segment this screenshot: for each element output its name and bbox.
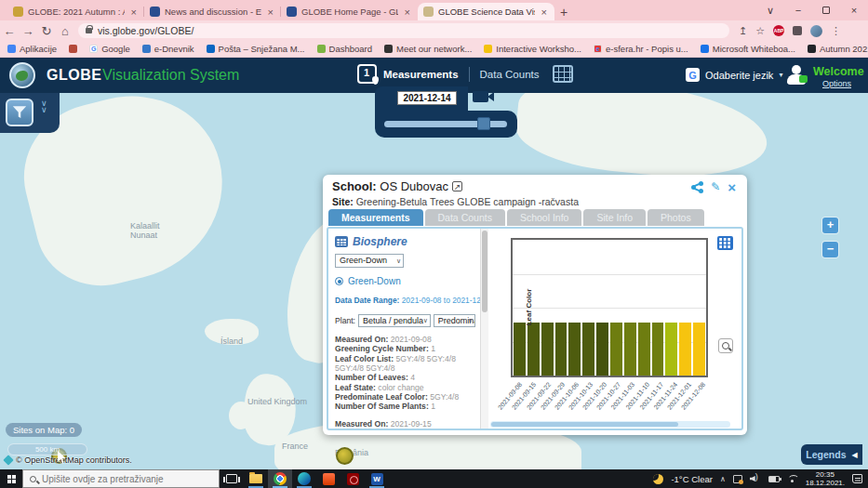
forward-button[interactable]: → bbox=[19, 24, 37, 38]
taskbar-chrome[interactable] bbox=[268, 469, 292, 488]
adblock-icon[interactable]: ABP bbox=[773, 25, 784, 36]
back-button[interactable]: ← bbox=[0, 24, 19, 38]
language-selector[interactable]: G Odaberite jezik ▾ bbox=[686, 68, 782, 82]
task-view-button[interactable] bbox=[220, 469, 244, 488]
maximize-button[interactable] bbox=[812, 0, 840, 20]
timeline-slider-track[interactable] bbox=[384, 121, 507, 127]
chart-bar[interactable] bbox=[596, 323, 608, 376]
chart-bar[interactable] bbox=[555, 323, 568, 376]
weather-text[interactable]: -1°C Clear bbox=[671, 474, 712, 484]
chart-bar[interactable] bbox=[665, 323, 677, 376]
bookmark-item[interactable]: e-Dnevnik bbox=[142, 44, 194, 54]
volume-icon[interactable] bbox=[750, 474, 761, 483]
bookmark-item[interactable]: GGoogle bbox=[89, 44, 130, 54]
nav-measurements[interactable]: Measurements Data Counts bbox=[357, 64, 573, 84]
profile-avatar[interactable] bbox=[810, 25, 822, 37]
chart-bar[interactable] bbox=[679, 323, 691, 376]
calendar-grid-icon[interactable] bbox=[553, 65, 573, 83]
share-icon[interactable]: ↥ bbox=[739, 25, 747, 37]
tab-measurements[interactable]: Measurements bbox=[328, 209, 423, 226]
tab-site-info[interactable]: Site Info bbox=[583, 209, 646, 226]
filter-button[interactable] bbox=[6, 99, 33, 126]
tab-close-icon[interactable]: × bbox=[540, 7, 549, 18]
tab-close-icon[interactable]: × bbox=[129, 7, 139, 18]
timeline-date-input[interactable]: 2021-12-14 bbox=[397, 91, 457, 105]
bookmark-item[interactable]: Microsoft Whiteboa... bbox=[701, 44, 795, 54]
bookmark-item[interactable]: Meet our network... bbox=[384, 44, 472, 54]
panel-scrollbar[interactable] bbox=[480, 229, 488, 429]
protocol-select[interactable]: Green-Down bbox=[335, 254, 404, 268]
bookmark-item[interactable]: Interactive Worksho... bbox=[484, 44, 581, 54]
bookmark-item[interactable]: Pošta – Snježana M... bbox=[207, 44, 305, 54]
bookmark-item[interactable]: Autumn 2021_ Euro... bbox=[808, 44, 868, 54]
tab-school-info[interactable]: School Info bbox=[507, 209, 582, 226]
taskbar-acrobat[interactable] bbox=[341, 469, 365, 488]
taskbar-file-explorer[interactable] bbox=[244, 469, 268, 488]
expand-chevrons-icon[interactable]: ∨∨ bbox=[41, 100, 47, 113]
data-table-icon[interactable] bbox=[717, 236, 733, 250]
bookmark-item[interactable]: Dashboard bbox=[317, 44, 372, 54]
chart-bar[interactable] bbox=[610, 323, 622, 376]
browser-tab[interactable]: GLOBE Science Data Visualization× bbox=[418, 3, 554, 20]
scrollbar-thumb[interactable] bbox=[482, 231, 487, 312]
search-input[interactable] bbox=[42, 474, 209, 484]
chart-bar[interactable] bbox=[541, 323, 554, 376]
options-link[interactable]: Options bbox=[822, 79, 851, 88]
new-tab-button[interactable]: + bbox=[554, 3, 573, 20]
bookmark-item[interactable] bbox=[69, 45, 77, 53]
hscroll-thumb[interactable] bbox=[491, 422, 678, 427]
tray-app-icon[interactable] bbox=[733, 475, 742, 483]
tab-data-counts[interactable]: Data Counts bbox=[425, 209, 505, 226]
tab-close-icon[interactable]: × bbox=[266, 7, 275, 18]
map-zoom-out-button[interactable]: − bbox=[822, 242, 838, 257]
tab-close-icon[interactable]: × bbox=[403, 7, 412, 18]
taskbar-search[interactable] bbox=[22, 469, 220, 488]
reload-button[interactable]: ↻ bbox=[37, 24, 56, 38]
tab-photos[interactable]: Photos bbox=[648, 209, 704, 226]
action-center-icon[interactable] bbox=[852, 474, 862, 483]
taskbar-word[interactable]: W bbox=[365, 469, 389, 488]
hidden-icons-chevron[interactable]: ∧ bbox=[720, 475, 726, 483]
wifi-icon[interactable] bbox=[787, 475, 798, 483]
attribution-text[interactable]: © OpenStreetMap contributors. bbox=[16, 455, 132, 465]
browser-tab[interactable]: GLOBE Home Page - GLOBE.gov× bbox=[281, 3, 418, 20]
minimize-button[interactable]: − bbox=[784, 0, 812, 20]
chart-bar[interactable] bbox=[568, 323, 581, 376]
bookmark-item[interactable]: ee-sfera.hr - Popis u... bbox=[594, 44, 688, 54]
share-site-icon[interactable] bbox=[691, 181, 703, 193]
radio-selected-icon[interactable] bbox=[335, 277, 343, 285]
chart-bar[interactable] bbox=[693, 323, 705, 376]
moon-weather-icon[interactable] bbox=[653, 474, 663, 484]
nav-data-counts[interactable]: Data Counts bbox=[480, 69, 540, 80]
chart-bar[interactable] bbox=[582, 323, 594, 376]
taskbar-office[interactable] bbox=[316, 469, 341, 488]
tab-search-icon[interactable]: ∨ bbox=[756, 0, 784, 20]
extensions-icon[interactable] bbox=[793, 26, 802, 35]
bookmark-star-icon[interactable]: ☆ bbox=[755, 25, 765, 37]
horizontal-scrollbar[interactable] bbox=[490, 421, 730, 428]
battery-icon[interactable] bbox=[768, 476, 780, 482]
timeline-slider-handle[interactable] bbox=[477, 117, 490, 130]
map-zoom-in-button[interactable]: + bbox=[822, 218, 838, 233]
start-button[interactable] bbox=[0, 469, 22, 488]
bookmark-item[interactable]: Aplikacije bbox=[7, 44, 57, 54]
user-icon[interactable] bbox=[786, 65, 808, 86]
animation-camera-icon[interactable] bbox=[473, 91, 488, 102]
url-text[interactable]: vis.globe.gov/GLOBE/ bbox=[98, 25, 194, 36]
home-button[interactable]: ⌂ bbox=[56, 24, 74, 38]
chart-bar[interactable] bbox=[652, 323, 664, 376]
browser-menu-icon[interactable]: ⋮ bbox=[831, 25, 841, 37]
taskbar-clock[interactable]: 20:35 18.12.2021. bbox=[806, 470, 845, 487]
close-button[interactable]: × bbox=[840, 0, 868, 20]
chart-bar[interactable] bbox=[624, 323, 636, 376]
plant-select[interactable]: Betula / pendula bbox=[358, 314, 431, 327]
taskbar-edge[interactable] bbox=[292, 469, 316, 488]
dialog-close-icon[interactable]: × bbox=[728, 181, 736, 193]
legends-button[interactable]: Legends ◀ bbox=[801, 444, 862, 465]
browser-tab[interactable]: GLOBE: 2021 Autumn : Activity 3× bbox=[7, 3, 144, 20]
zoom-reset-icon[interactable] bbox=[718, 338, 733, 353]
predominate-select[interactable]: Predomina bbox=[434, 314, 475, 327]
edit-icon[interactable]: ✎ bbox=[711, 180, 720, 193]
url-bar[interactable]: vis.globe.gov/GLOBE/ bbox=[78, 23, 729, 38]
globe-logo-icon[interactable] bbox=[9, 62, 35, 88]
